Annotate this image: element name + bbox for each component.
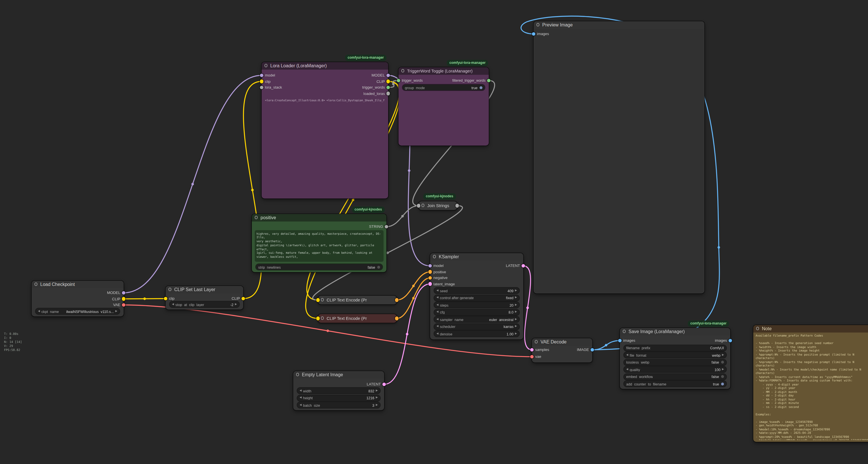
node-title-bar[interactable]: TriggerWord Toggle (LoraManager) xyxy=(399,67,489,75)
group-mode-widget[interactable]: group_mode true xyxy=(403,85,485,90)
collapse-toggle-icon[interactable] xyxy=(421,204,424,207)
input-slot-samples[interactable]: samples xyxy=(530,347,549,353)
input-slot-vae[interactable]: vae xyxy=(530,354,541,359)
next-arrow-icon[interactable] xyxy=(515,318,517,320)
collapse-toggle-icon[interactable] xyxy=(254,216,258,219)
seed-widget[interactable]: seed 409 xyxy=(434,288,519,293)
latent-port-icon[interactable] xyxy=(428,282,432,286)
vae-port-icon[interactable] xyxy=(122,303,126,307)
output-slot-image[interactable]: IMAGE xyxy=(577,347,594,353)
toggle-dot[interactable] xyxy=(721,375,724,378)
increment-arrow-icon[interactable] xyxy=(515,311,517,313)
increment-arrow-icon[interactable] xyxy=(235,303,237,306)
node-vae-decode[interactable]: VAE Decode samples vae IMAGE xyxy=(532,338,592,362)
decrement-arrow-icon[interactable] xyxy=(626,368,628,371)
trigger-words-port-icon[interactable] xyxy=(397,79,401,83)
conditioning-port-icon[interactable] xyxy=(395,316,399,320)
image-port-icon[interactable] xyxy=(591,348,594,352)
node-join-strings[interactable]: Join Strings xyxy=(418,201,457,210)
latent-port-icon[interactable] xyxy=(530,348,534,352)
next-arrow-icon[interactable] xyxy=(515,325,517,328)
input-slot-positive[interactable]: positive xyxy=(428,269,446,275)
input-slot-lora-stack[interactable]: lora_stack xyxy=(260,85,282,90)
decrement-arrow-icon[interactable] xyxy=(436,332,438,335)
toggle-dot[interactable] xyxy=(377,265,380,268)
toggle-dot[interactable] xyxy=(721,361,724,364)
collapse-toggle-icon[interactable] xyxy=(34,283,37,286)
steps-widget[interactable]: steps 20 xyxy=(434,302,519,308)
clip-port-icon[interactable] xyxy=(316,298,320,302)
node-title-bar[interactable]: KSampler xyxy=(430,253,523,261)
conditioning-port-icon[interactable] xyxy=(428,276,432,280)
output-slot-model[interactable]: MODEL xyxy=(371,72,390,78)
output-slot-images[interactable]: images xyxy=(715,338,732,344)
prev-arrow-icon[interactable] xyxy=(38,310,40,312)
model-port-icon[interactable] xyxy=(260,74,264,77)
output-slot-string[interactable]: STRING xyxy=(369,224,388,230)
collapse-toggle-icon[interactable] xyxy=(320,298,324,301)
embed-workflow-widget[interactable]: embed_workflow false xyxy=(624,374,726,379)
note-textarea[interactable]: Available filename_prefix Pattern Codes … xyxy=(755,334,868,440)
node-clip-text-encode-positive[interactable]: CLIP Text Encode (Pr xyxy=(318,296,397,304)
increment-arrow-icon[interactable] xyxy=(722,368,724,371)
string-port-icon[interactable] xyxy=(385,225,389,229)
clip-port-icon[interactable] xyxy=(122,297,126,301)
node-lora-loader[interactable]: Lora Loader (LoraManager) model clip lor… xyxy=(261,62,388,199)
increment-arrow-icon[interactable] xyxy=(515,289,517,292)
decrement-arrow-icon[interactable] xyxy=(172,303,174,306)
images-port-icon[interactable] xyxy=(728,339,732,343)
clip-port-icon[interactable] xyxy=(386,80,390,83)
node-empty-latent-image[interactable]: Empty Latent Image LATENT width 832 heig… xyxy=(293,371,384,410)
lora-stack-port-icon[interactable] xyxy=(260,86,264,89)
conditioning-port-icon[interactable] xyxy=(395,298,399,302)
string-port-icon[interactable] xyxy=(417,204,421,207)
prev-arrow-icon[interactable] xyxy=(626,353,628,356)
node-title-bar[interactable]: Note xyxy=(753,325,868,332)
collapse-toggle-icon[interactable] xyxy=(401,69,404,72)
node-preview-image[interactable]: Preview Image images xyxy=(534,21,704,293)
node-title-bar[interactable]: Load Checkpoint xyxy=(32,281,124,288)
filename-prefix-widget[interactable]: filename_prefix ComfyUI xyxy=(624,345,726,351)
decrement-arrow-icon[interactable] xyxy=(300,389,302,392)
lossless-webp-widget[interactable]: lossless_webp false xyxy=(624,359,726,365)
collapse-toggle-icon[interactable] xyxy=(756,327,759,330)
latent-port-icon[interactable] xyxy=(382,383,386,386)
latent-port-icon[interactable] xyxy=(522,264,525,268)
next-arrow-icon[interactable] xyxy=(515,296,517,299)
collapse-toggle-icon[interactable] xyxy=(296,373,299,376)
node-title-bar[interactable]: Save Image (LoraManager) xyxy=(620,328,730,336)
collapse-toggle-icon[interactable] xyxy=(320,316,324,320)
input-slot-model[interactable]: model xyxy=(260,72,275,78)
next-arrow-icon[interactable] xyxy=(722,353,724,356)
collapse-toggle-icon[interactable] xyxy=(534,340,538,343)
add-counter-widget[interactable]: add_counter_to_filename true xyxy=(624,381,726,387)
increment-arrow-icon[interactable] xyxy=(515,303,517,306)
clip-port-icon[interactable] xyxy=(260,80,264,83)
sampler-name-widget[interactable]: sampler_name euler_ancestral xyxy=(434,316,519,322)
input-slot-clip[interactable]: clip xyxy=(260,79,271,84)
node-title-bar[interactable]: VAE Decode xyxy=(532,338,592,346)
denoise-widget[interactable]: denoise 1.00 xyxy=(434,331,519,337)
clip-port-icon[interactable] xyxy=(242,297,245,300)
loaded-loras-port-icon[interactable] xyxy=(386,92,390,95)
output-slot-vae[interactable]: VAE xyxy=(113,302,125,308)
clip-port-icon[interactable] xyxy=(316,316,320,320)
collapse-toggle-icon[interactable] xyxy=(536,23,539,26)
ckpt-name-widget[interactable]: ckpt_name ilwaiNSFWIllustrious_v110.s... xyxy=(36,308,120,314)
trigger-words-port-icon[interactable] xyxy=(386,86,390,89)
collapse-toggle-icon[interactable] xyxy=(168,288,172,291)
node-title-bar[interactable]: CLIP Text Encode (Pr xyxy=(318,296,397,304)
cfg-widget[interactable]: cfg 8.0 xyxy=(434,309,519,315)
output-slot-clip[interactable]: CLIP xyxy=(232,296,245,301)
decrement-arrow-icon[interactable] xyxy=(436,289,438,292)
control-after-generate-widget[interactable]: control after generate fixed xyxy=(434,295,519,300)
output-slot-trigger-words[interactable]: trigger_words xyxy=(362,85,390,90)
node-graph-canvas[interactable]: T: 0.00s I: 0 N: 14 [14] V: 29 FPS:58.82… xyxy=(0,0,868,464)
collapse-toggle-icon[interactable] xyxy=(622,330,626,333)
model-port-icon[interactable] xyxy=(428,264,432,268)
node-title-bar[interactable]: positive xyxy=(252,214,386,222)
collapse-toggle-icon[interactable] xyxy=(433,255,436,258)
loras-text[interactable]: <lora:CreateConcept_Illustrious:0.8> <lo… xyxy=(265,99,385,103)
node-title-bar[interactable]: Lora Loader (LoraManager) xyxy=(261,62,388,69)
model-port-icon[interactable] xyxy=(386,74,390,77)
